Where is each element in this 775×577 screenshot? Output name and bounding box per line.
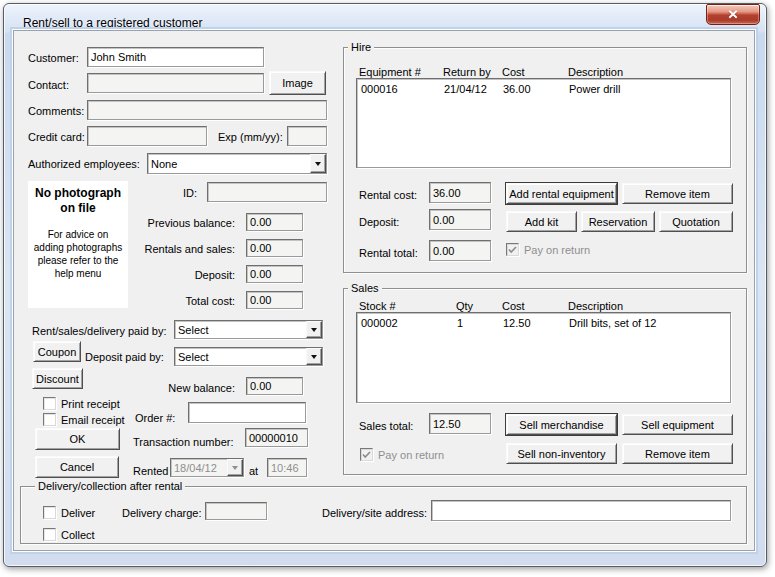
cancel-button[interactable]: Cancel [35, 456, 119, 478]
delivery-address-label: Delivery/site address: [322, 507, 427, 519]
comments-label: Comments: [28, 105, 84, 117]
transaction-number-value: 00000010 [245, 428, 308, 447]
credit-card-label: Credit card: [28, 131, 85, 143]
hire-list[interactable]: 000016 21/04/12 36.00 Power drill [356, 78, 731, 168]
order-label: Order #: [135, 412, 175, 424]
sell-noninventory-button[interactable]: Sell non-inventory [506, 443, 617, 464]
hire-deposit-value: 0.00 [429, 209, 491, 230]
paid-by-select[interactable]: Select [174, 320, 323, 339]
hire-pay-on-return-checkbox [506, 243, 519, 256]
hire-list-row[interactable]: 000016 21/04/12 36.00 Power drill [357, 83, 730, 96]
email-receipt-label: Email receipt [61, 414, 125, 426]
exp-label: Exp (mm/yy): [218, 131, 283, 143]
sales-list-row[interactable]: 000002 1 12.50 Drill bits, set of 12 [357, 317, 730, 330]
sales-total-value: 12.50 [429, 413, 491, 434]
delivery-address-input[interactable] [431, 500, 731, 521]
close-icon [728, 10, 738, 19]
print-receipt-checkbox[interactable] [43, 397, 56, 410]
deposit-paid-by-select[interactable]: Select [174, 347, 323, 366]
discount-button[interactable]: Discount [32, 368, 83, 389]
chevron-down-icon [311, 328, 317, 332]
sales-pay-on-return-label: Pay on return [378, 449, 444, 461]
coupon-button[interactable]: Coupon [33, 341, 81, 362]
ok-button[interactable]: OK [35, 428, 120, 450]
sell-equipment-button[interactable]: Sell equipment [622, 414, 733, 435]
authorized-employees-label: Authorized employees: [28, 158, 140, 170]
rental-cost-label: Rental cost: [359, 189, 417, 201]
delivery-group-label: Delivery/collection after rental [35, 480, 185, 492]
window-title: Rent/sell to a registered customer [23, 16, 202, 30]
credit-card-input [87, 126, 207, 146]
hire-deposit-label: Deposit: [359, 216, 399, 228]
dropdown-button[interactable] [310, 154, 326, 173]
chevron-down-icon [315, 162, 321, 166]
print-receipt-label: Print receipt [61, 398, 120, 410]
contact-input [87, 73, 264, 93]
rentals-and-sales-value: 0.00 [246, 239, 303, 257]
sales-col-qty: Qty [456, 300, 473, 312]
check-icon [508, 246, 517, 254]
sales-list[interactable]: 000002 1 12.50 Drill bits, set of 12 [356, 312, 731, 403]
authorized-employees-select[interactable]: None [147, 153, 327, 174]
delivery-charge-label: Delivery charge: [122, 507, 201, 519]
customer-label: Customer: [28, 52, 79, 64]
new-balance-label: New balance: [135, 382, 235, 394]
hire-col-description: Description [568, 66, 623, 78]
hire-col-equipment: Equipment # [359, 66, 421, 78]
previous-balance-value: 0.00 [246, 213, 303, 231]
total-cost-label: Total cost: [110, 295, 235, 307]
hire-group-label: Hire [348, 41, 374, 53]
customer-input[interactable]: John Smith [87, 47, 264, 67]
rented-time-value: 10:46 [267, 458, 307, 477]
hire-col-returnby: Return by [443, 66, 491, 78]
sales-total-label: Sales total: [359, 420, 413, 432]
rented-label: Rented [133, 465, 168, 477]
sales-col-stock: Stock # [359, 300, 396, 312]
add-kit-button[interactable]: Add kit [506, 211, 577, 232]
deposit-value: 0.00 [246, 265, 303, 283]
transaction-number-label: Transaction number: [133, 436, 233, 448]
rented-at-label: at [249, 465, 258, 477]
order-input[interactable] [188, 402, 306, 423]
dropdown-button [227, 459, 243, 476]
deposit-paid-by-label: Deposit paid by: [85, 351, 164, 363]
deposit-label: Deposit: [110, 269, 235, 281]
exp-input [287, 126, 327, 146]
rentals-and-sales-label: Rentals and sales: [110, 243, 235, 255]
sell-merchandise-button[interactable]: Sell merchandise [506, 414, 617, 435]
close-button[interactable] [706, 4, 760, 25]
rental-cost-value: 36.00 [429, 182, 491, 203]
image-button[interactable]: Image [269, 71, 326, 95]
sales-col-cost: Cost [502, 300, 525, 312]
rented-date-select: 18/04/12 [170, 458, 244, 477]
sales-pay-on-return-checkbox [360, 448, 373, 461]
no-photo-headline: No photograph on file [28, 181, 128, 216]
hire-remove-item-button[interactable]: Remove item [622, 183, 733, 204]
paid-by-label: Rent/sales/delivery paid by: [32, 325, 167, 337]
deliver-checkbox[interactable] [43, 506, 56, 519]
add-rental-equipment-button[interactable]: Add rental equipment [506, 183, 617, 204]
new-balance-value: 0.00 [246, 377, 303, 395]
contact-label: Contact: [28, 79, 69, 91]
collect-label: Collect [61, 529, 95, 541]
sales-group-label: Sales [348, 282, 382, 294]
chevron-down-icon [232, 466, 238, 470]
id-input [207, 182, 327, 202]
total-cost-value: 0.00 [246, 291, 303, 309]
rental-total-value: 0.00 [429, 240, 491, 261]
sales-remove-item-button[interactable]: Remove item [622, 443, 733, 464]
quotation-button[interactable]: Quotation [659, 211, 733, 232]
delivery-charge-input [205, 502, 267, 520]
dropdown-button[interactable] [306, 348, 322, 365]
collect-checkbox[interactable] [43, 528, 56, 541]
deliver-label: Deliver [61, 507, 95, 519]
chevron-down-icon [311, 355, 317, 359]
sales-col-description: Description [568, 300, 623, 312]
reservation-button[interactable]: Reservation [581, 211, 655, 232]
hire-col-cost: Cost [502, 66, 525, 78]
email-receipt-checkbox[interactable] [43, 413, 56, 426]
dropdown-button[interactable] [306, 321, 322, 338]
id-label: ID: [150, 187, 197, 199]
comments-input [87, 100, 327, 120]
check-icon [362, 451, 371, 459]
